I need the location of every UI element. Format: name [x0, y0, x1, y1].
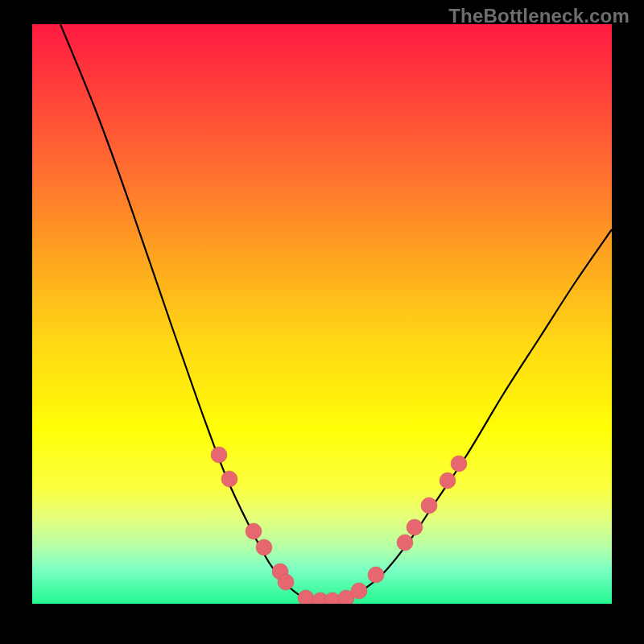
data-marker	[368, 567, 384, 583]
data-marker	[421, 497, 437, 514]
data-marker	[298, 590, 314, 604]
bottleneck-svg	[32, 24, 612, 604]
data-markers-group	[211, 447, 467, 604]
data-marker	[397, 535, 413, 551]
data-marker	[351, 583, 367, 599]
data-marker	[221, 471, 237, 487]
data-marker	[256, 539, 272, 555]
gradient-plot-area	[32, 24, 612, 604]
bottleneck-curve	[60, 24, 612, 602]
data-marker	[278, 574, 294, 590]
data-marker	[451, 456, 467, 472]
data-marker	[211, 447, 227, 463]
data-marker	[407, 519, 423, 535]
data-marker	[440, 473, 456, 489]
data-marker	[246, 523, 262, 539]
